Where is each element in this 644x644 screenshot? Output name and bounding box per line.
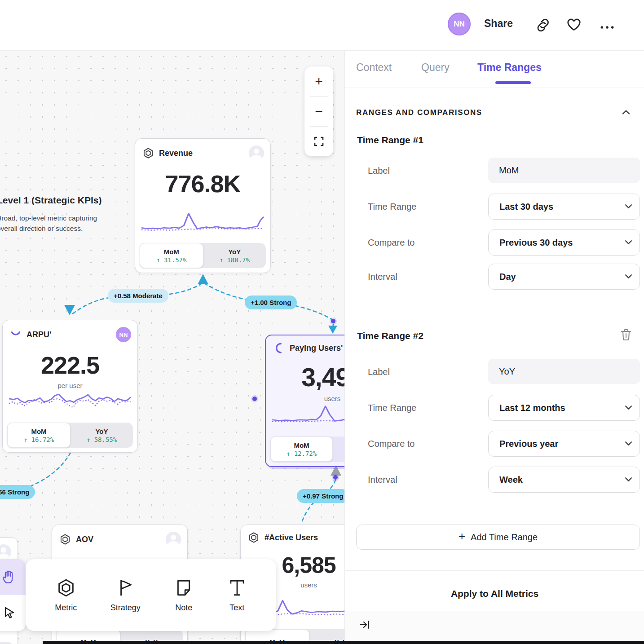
toggle-percent: ↑ 16.72% (24, 436, 54, 443)
yoy-toggle[interactable]: YoY ↑ 58.55% (71, 423, 133, 448)
correlation-label[interactable]: +1.00 Strong (245, 296, 297, 309)
time-range-field-label: Time Range (368, 194, 480, 220)
interval-field-label: Interval (368, 264, 480, 290)
toggle-label: YoY (228, 248, 241, 256)
add-text-button[interactable]: Text (227, 578, 247, 613)
card-title: Paying Users' (290, 344, 344, 353)
active-tab-underline (495, 81, 531, 84)
zoom-out-button[interactable]: − (304, 97, 333, 126)
favorite-heart-icon[interactable] (566, 17, 582, 32)
inspector-panel: Context Query Time Ranges RANGES AND COM… (344, 50, 644, 644)
range-toggle-group: MoM ↑ 16.72% YoY ↑ 58.55% (7, 423, 133, 448)
level-annotation: Level 1 (Strategic KPIs) Broad, top-leve… (0, 195, 101, 234)
avatar-nn: NN (116, 327, 131, 342)
card-title: ARPU' (26, 330, 111, 340)
yoy-toggle[interactable] (0, 642, 13, 644)
toggle-label: MoM (31, 428, 46, 435)
link-icon[interactable] (536, 17, 551, 32)
collapse-section-chevron-icon[interactable] (622, 110, 630, 115)
interval-field-label: Interval (368, 467, 480, 493)
metric-hexagon-icon (248, 532, 260, 543)
label-field-label: Label (368, 158, 480, 184)
compare-to-field-label: Compare to (368, 229, 480, 256)
user-avatar[interactable]: NN (448, 13, 471, 35)
yoy-toggle[interactable]: YoY ↑ 180.7% (203, 243, 266, 268)
plus-icon: + (459, 529, 465, 543)
metric-tree-canvas[interactable]: +0.58 Moderate +1.00 Strong +0.66 Strong… (0, 50, 344, 644)
range1-compare-to-select[interactable]: Previous 30 days (488, 229, 640, 256)
range1-time-range-select[interactable]: Last 30 days (488, 194, 640, 220)
fit-view-button[interactable] (304, 127, 333, 156)
range1-interval-select[interactable]: Day (488, 264, 640, 290)
range1-label-input[interactable]: MoM (488, 158, 640, 183)
metric-hexagon-icon (56, 578, 76, 598)
object-toolbar: Metric Strategy Note Text (26, 559, 276, 631)
connection-handle[interactable] (252, 397, 257, 401)
add-metric-button[interactable]: Metric (55, 578, 77, 613)
select-value: Last 30 days (499, 202, 553, 212)
chevron-down-icon (625, 204, 632, 208)
range2-interval-select[interactable]: Week (488, 467, 640, 493)
select-tool-button[interactable] (0, 595, 26, 631)
cursor-icon (2, 606, 17, 620)
chevron-down-icon (625, 406, 632, 410)
toggle-percent: ↑ 180.7% (220, 256, 250, 264)
connection-handle[interactable] (333, 475, 338, 480)
card-title: #Active Users (265, 533, 344, 543)
range2-title: Time Range #2 (357, 331, 423, 341)
collapse-panel-icon[interactable] (359, 619, 371, 631)
range2-label-input[interactable]: YoY (488, 359, 640, 384)
range-toggle-group (0, 642, 13, 644)
range2-time-range-select[interactable]: Last 12 months (488, 395, 640, 421)
metric-value: 222.5 (3, 353, 137, 377)
chevron-down-icon (625, 477, 632, 481)
section-header: RANGES AND COMPARISONS (356, 108, 482, 117)
toggle-label: MoM (294, 441, 309, 449)
select-value: Day (499, 272, 516, 282)
compare-to-field-label: Compare to (368, 431, 480, 457)
card-title: AOV (76, 535, 161, 544)
metric-card-paying-users[interactable]: Paying Users' 3,495 users MoM ↑ 12.72% Y… (265, 335, 344, 467)
avatar-icon (0, 544, 11, 560)
mom-toggle[interactable]: MoM ↑ 31.57% (140, 243, 203, 268)
arrowhead-down-paying (328, 326, 337, 334)
correlation-label[interactable]: +0.58 Moderate (108, 289, 168, 303)
zoom-in-button[interactable]: + (304, 66, 333, 96)
tab-time-ranges[interactable]: Time Ranges (477, 62, 542, 74)
metric-card-revenue[interactable]: Revenue 776.8K MoM ↑ 31.57% YoY ↑ 180.7% (135, 138, 271, 273)
toggle-percent: ↑ 58.55% (87, 436, 117, 443)
select-value: Week (499, 475, 523, 485)
hand-icon (2, 569, 17, 585)
connection-handle[interactable] (331, 319, 335, 323)
time-range-field-label: Time Range (368, 395, 480, 421)
range2-compare-to-select[interactable]: Previous year (488, 431, 640, 457)
sparkline-chart (9, 388, 131, 415)
formula-arc-icon (273, 342, 285, 354)
metric-hexagon-icon (59, 534, 71, 545)
yoy-toggle[interactable]: YoY (333, 437, 344, 462)
mom-toggle[interactable]: MoM ↑ 12.72% (270, 437, 333, 462)
metric-card-arpu[interactable]: ARPU' NN 222.5 per user MoM ↑ 16.72% YoY… (2, 320, 138, 453)
panel-bottom-bar (345, 611, 644, 644)
tab-context[interactable]: Context (356, 62, 392, 74)
top-header: NN Share (0, 0, 644, 51)
more-options-icon[interactable] (600, 20, 615, 35)
tab-query[interactable]: Query (421, 62, 450, 74)
range-toggle-group: MoM ↑ 12.72% YoY (270, 437, 344, 462)
annotation-title: Level 1 (Strategic KPIs) (0, 195, 101, 206)
correlation-label[interactable]: +0.97 Strong (297, 489, 344, 503)
select-value: Last 12 months (499, 403, 565, 413)
chevron-down-icon (625, 240, 632, 244)
formula-arc-icon (10, 329, 22, 340)
metric-value: 776.8K (135, 172, 270, 196)
annotation-description: Broad, top-level metric capturing overal… (0, 213, 101, 234)
add-time-range-button[interactable]: + Add Time Range (356, 525, 640, 550)
share-button[interactable]: Share (484, 18, 513, 30)
hand-tool-button[interactable] (0, 559, 26, 595)
add-note-button[interactable]: Note (174, 578, 194, 613)
delete-range-trash-icon[interactable] (620, 328, 632, 341)
correlation-label[interactable]: +0.66 Strong (0, 485, 35, 499)
apply-to-all-metrics-button[interactable]: Apply to All Metrics (345, 588, 644, 599)
add-strategy-button[interactable]: Strategy (110, 578, 141, 613)
mom-toggle[interactable]: MoM ↑ 16.72% (7, 423, 71, 448)
